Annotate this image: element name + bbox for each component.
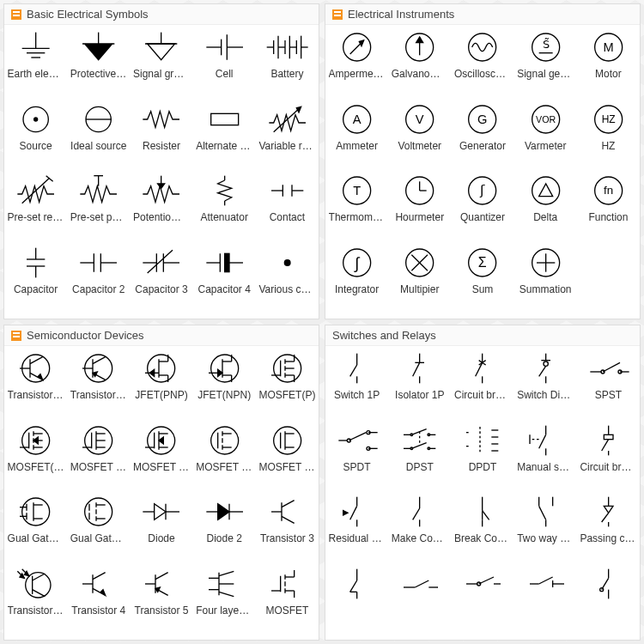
symbol-extra-1[interactable] [325, 565, 388, 637]
symbol-ammeter[interactable]: AAmmeter [325, 100, 388, 173]
symbol-delta[interactable]: Delta [514, 172, 577, 244]
symbol-battery[interactable]: Battery [256, 28, 319, 100]
symbol-break-contact[interactable]: Break Contact [451, 493, 513, 565]
symbol-potentiometer[interactable]: Potentiometer [130, 172, 192, 244]
symbol-preset-pot[interactable]: Pre-set potentiometer [67, 172, 130, 244]
symbol-manual-switch[interactable]: Manual switch [514, 422, 577, 494]
symbol-signal-gen[interactable]: S̃Signal generator [514, 28, 577, 100]
symbol-generator[interactable]: GGenerator [451, 100, 513, 173]
ammeter-icon: A [334, 102, 380, 137]
symbol-oscilloscope[interactable]: Oscilloscope [451, 28, 513, 100]
capacitor-3-icon [138, 246, 185, 280]
panel-header-semiconductor[interactable]: Semiconductor Devices [4, 325, 319, 346]
symbol-jfet-pnp[interactable]: JFET(PNP) [130, 349, 192, 422]
symbol-hz[interactable]: HZHZ [577, 100, 640, 173]
symbol-extra-3[interactable] [451, 565, 513, 637]
symbol-two-way[interactable]: Two way contact [514, 493, 577, 565]
symbol-transistor-3[interactable]: Transistor 3 [256, 493, 319, 565]
panel-header-switches[interactable]: Switches and Relays [325, 325, 640, 346]
symbol-alternate-resistor[interactable]: Alternate resistor [193, 100, 256, 173]
symbol-mosfet-n[interactable]: MOSFET(N) [4, 422, 67, 494]
panel-basic-electrical: Basic Electrical Symbols Earth electrode… [3, 3, 319, 319]
symbol-various-conn[interactable]: Various connections [256, 244, 319, 316]
symbol-contact[interactable]: Contact [256, 172, 319, 244]
symbol-earth-electrode[interactable]: Earth electrode [4, 28, 67, 100]
function-icon: fn [585, 173, 631, 208]
symbol-motor[interactable]: MMotor [577, 28, 640, 100]
symbol-mosfet-5[interactable]: MOSFET [256, 565, 319, 637]
symbol-galvanometer[interactable]: Galvanometer [388, 28, 451, 100]
symbol-mosfet-i1[interactable]: MOSFET Ind P [67, 422, 130, 494]
symbol-ideal-source[interactable]: Ideal source [67, 100, 130, 173]
symbol-label: Manual switch [517, 461, 574, 473]
symbol-variable-resistor[interactable]: Variable resistor [256, 100, 319, 173]
quantizer-icon: ʃ [459, 173, 506, 208]
symbol-varmeter[interactable]: VORVarmeter [514, 100, 577, 173]
symbol-sum[interactable]: ΣSum [451, 244, 513, 316]
symbol-summation[interactable]: Summation [514, 244, 577, 316]
gual-gate-2-icon [76, 495, 122, 529]
symbol-label: Transistor PNP [70, 389, 127, 401]
symbol-transistor-npn[interactable]: Transistor NPN [4, 349, 67, 422]
symbol-circuit-br-2[interactable]: Circuit breaker 2 [577, 422, 640, 494]
symbol-passing[interactable]: Passing contact [577, 493, 640, 565]
symbol-capacitor-4[interactable]: Capacitor 4 [193, 244, 256, 316]
symbol-switch-1p[interactable]: Switch 1P [325, 349, 388, 422]
symbol-extra-4[interactable] [514, 565, 577, 637]
jfet-npn-icon [201, 351, 247, 386]
capacitor-icon [13, 246, 59, 280]
panel-header-instruments[interactable]: Electrical Instruments [325, 4, 640, 25]
symbol-quantizer[interactable]: ʃQuantizer [451, 172, 513, 244]
svg-line-257 [411, 442, 426, 448]
symbol-attenuator[interactable]: Attenuator [193, 172, 256, 244]
symbol-transistor-photo[interactable]: Transistor photo [4, 565, 67, 637]
symbol-function[interactable]: fnFunction [577, 172, 640, 244]
symbol-diode-2[interactable]: Diode 2 [193, 493, 256, 565]
symbol-thermometer[interactable]: TThermometer [325, 172, 388, 244]
symbol-mosfet-p[interactable]: MOSFET(P) [256, 349, 319, 422]
symbol-capacitor[interactable]: Capacitor [4, 244, 67, 316]
symbol-integrator[interactable]: ∫Integrator [325, 244, 388, 316]
symbol-capacitor-2[interactable]: Capacitor 2 [67, 244, 130, 316]
hourmeter-icon [397, 173, 443, 208]
symbol-dpdt[interactable]: DPDT [451, 422, 513, 494]
symbol-gual-gate-1[interactable]: Gual Gate P [4, 493, 67, 565]
symbol-hourmeter[interactable]: Hourmeter [388, 172, 451, 244]
symbol-label: Capacitor 2 [70, 283, 127, 295]
symbol-switch-disc[interactable]: Switch Disconnector [514, 349, 577, 422]
symbol-multiplier[interactable]: Multipier [388, 244, 451, 316]
symbol-gual-gate-2[interactable]: Gual Gate N [67, 493, 130, 565]
panel-header-basic[interactable]: Basic Electrical Symbols [4, 4, 319, 25]
symbol-four-layer[interactable]: Four layer diode [193, 565, 256, 637]
symbol-spst[interactable]: SPST [577, 349, 640, 422]
symbol-protective-earth[interactable]: Protective earth [67, 28, 130, 100]
symbol-ampermeter[interactable]: Ampermeter [325, 28, 388, 100]
symbol-capacitor-3[interactable]: Capacitor 3 [130, 244, 192, 316]
symbol-transistor-5[interactable]: Transistor 5 [130, 565, 192, 637]
symbol-dpst[interactable]: DPST [388, 422, 451, 494]
symbol-jfet-npn[interactable]: JFET(NPN) [193, 349, 256, 422]
symbol-extra-2[interactable] [388, 565, 451, 637]
symbol-circuit-breaker[interactable]: Circuit breaker [451, 349, 513, 422]
symbol-resister[interactable]: Resister [130, 100, 192, 173]
symbol-cell[interactable]: Cell [193, 28, 256, 100]
symbol-mosfet-i2[interactable]: MOSFET Ind N [130, 422, 192, 494]
symbol-empty [577, 244, 640, 316]
symbol-mosfet-4[interactable]: MOSFET N2 [256, 422, 319, 494]
symbol-label: Potentiometer [133, 211, 190, 223]
symbol-diode[interactable]: Diode [130, 493, 192, 565]
symbol-preset-resistor[interactable]: Pre-set resistor [4, 172, 67, 244]
symbol-voltmeter[interactable]: VVoltmeter [388, 100, 451, 173]
symbol-label: Circuit breaker 2 [580, 461, 636, 473]
symbol-make-contact[interactable]: Make Contact [388, 493, 451, 565]
symbol-mosfet-3[interactable]: MOSFET P2 [193, 422, 256, 494]
symbol-spdt[interactable]: SPDT [325, 422, 388, 494]
symbol-signal-ground[interactable]: Signal ground [130, 28, 192, 100]
extra-1-icon [334, 567, 380, 601]
symbol-extra-5[interactable] [577, 565, 640, 637]
symbol-residual[interactable]: Residual current [325, 493, 388, 565]
symbol-isolator-1p[interactable]: Isolator 1P [388, 349, 451, 422]
symbol-transistor-4[interactable]: Transistor 4 [67, 565, 130, 637]
symbol-source[interactable]: Source [4, 100, 67, 173]
symbol-transistor-pnp[interactable]: Transistor PNP [67, 349, 130, 422]
